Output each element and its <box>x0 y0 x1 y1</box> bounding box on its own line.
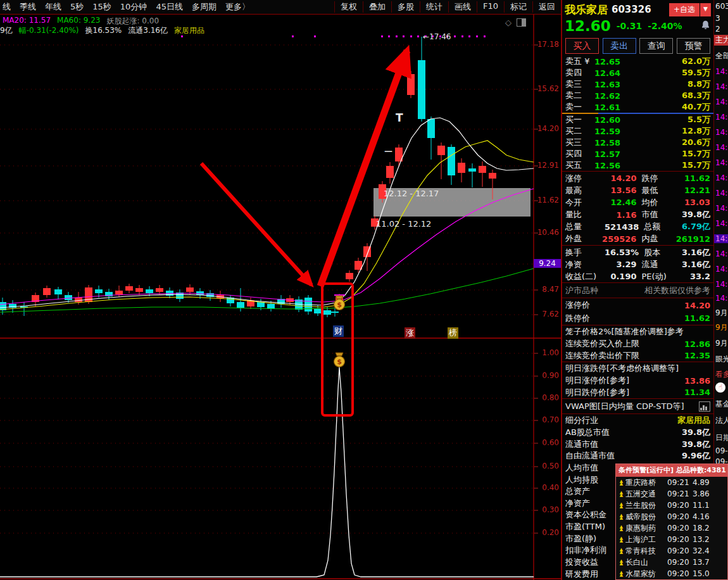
indicator-chip[interactable]: 榜 <box>448 327 458 339</box>
ask-label: 卖二 <box>565 90 594 101</box>
trade-buttons: 买入卖出查询预警 <box>562 36 713 55</box>
tool-menu-item[interactable]: 多股 <box>391 1 420 13</box>
diamond-icon[interactable]: ◇ <box>505 18 511 27</box>
ask-row[interactable]: 卖四12.6459.5万 <box>562 67 713 79</box>
alert-stock-row[interactable]: ▲▲重庆路桥09:214.89 <box>616 477 727 488</box>
alert-stock-name: 兰生股份 <box>625 500 667 511</box>
stat-label: 内盘 <box>641 233 675 244</box>
tool-menu-item[interactable]: 叠加 <box>363 1 391 13</box>
indicator-value: 9亿 <box>0 25 13 36</box>
range-box-label: 12.12 - 12.17 <box>384 189 439 198</box>
thumb-up-icon[interactable]: ☝ <box>715 382 725 393</box>
info-row[interactable]: 流通市值39.8亿 <box>562 438 713 450</box>
info-value: 39.8亿 <box>682 439 710 450</box>
stat-label: 股本 <box>644 247 681 258</box>
tool-menu-item[interactable]: 返回 <box>532 1 561 13</box>
ask-row[interactable]: 卖五 ¥12.6562.0万 <box>562 56 713 67</box>
stat-value: 1.16 <box>605 210 637 220</box>
stat-value: 3.16亿 <box>681 247 710 258</box>
cage-title: 笼子价格2%[随基准价调整]参考 <box>562 326 713 338</box>
alert-stock-row[interactable]: ▲▲上海沪工09:2013.2 <box>616 534 727 545</box>
vwap-row[interactable]: VWAP图[日内均量 CDP-STD等] <box>562 400 713 414</box>
tool-menu-item[interactable]: F10 <box>477 1 504 13</box>
side-tab[interactable]: 主力 <box>714 35 728 46</box>
stat-value: 33.2 <box>679 272 711 281</box>
double-up-arrow-icon: ▲▲ <box>616 526 625 531</box>
alert-value: 13.2 <box>693 535 727 544</box>
axis-tick-label: 14.20 <box>537 124 559 133</box>
alert-stock-row[interactable]: ▲▲康惠制药09:2018.2 <box>616 522 727 534</box>
axis-tick-label: 7.62 <box>542 310 559 318</box>
chart-corner-icons: ◇ <box>505 18 526 27</box>
ask-row[interactable]: 卖二12.6268.3万 <box>562 90 713 101</box>
tool-menu-item[interactable]: 统计 <box>420 1 448 13</box>
alert-stock-row[interactable]: ▲▲威帝股份09:204.16 <box>616 511 727 522</box>
stat-label: PE(动) <box>642 271 679 282</box>
trading-terminal: $$ 线季线年线5秒15秒10分钟45日线多周期更多〉 复权叠加多股统计画线F1… <box>0 0 728 580</box>
split-panel-icon[interactable] <box>517 18 526 27</box>
period-menu-item[interactable]: 5秒 <box>70 1 84 13</box>
stat-value: 13.03 <box>679 198 711 207</box>
bid-row[interactable]: 买五12.5615.7万 <box>562 160 713 171</box>
info-row[interactable]: 自由流通市值9.96亿 <box>562 450 713 462</box>
bid-row[interactable]: 买四12.5715.7万 <box>562 148 713 160</box>
tool-menu-item[interactable]: 画线 <box>448 1 477 13</box>
buy-button[interactable]: 买入 <box>565 38 599 54</box>
side-item: 9月 <box>715 308 728 318</box>
stat-label: 流通 <box>642 259 679 270</box>
add-favorite-button[interactable]: +自选 ▼ <box>669 3 711 16</box>
tool-menu-item[interactable]: 复权 <box>334 1 363 13</box>
alert-stock-row[interactable]: ▲▲水星家纺09:2015.0 <box>616 568 727 579</box>
bid-label: 买一 <box>565 114 594 125</box>
indicator-chip[interactable]: 财 <box>333 325 344 337</box>
stat-value: 11.62 <box>679 173 711 183</box>
side-tab[interactable]: 全部 <box>715 51 728 61</box>
ask-volume: 68.3万 <box>639 90 710 101</box>
bid-row[interactable]: 买二12.5912.8万 <box>562 125 713 137</box>
info-label: 跌停价 <box>565 313 684 324</box>
period-menu-item[interactable]: 多周期 <box>192 1 217 13</box>
period-menu-item[interactable]: 10分钟 <box>120 1 147 13</box>
alert-stock-row[interactable]: ▲▲长白山09:2013.7 <box>616 557 727 568</box>
alert-stock-row[interactable]: ▲▲五洲交通09:213.86 <box>616 488 727 500</box>
alert-stock-row[interactable]: ▲▲常青科技09:2032.4 <box>616 545 727 557</box>
ask-row[interactable]: 卖一12.6140.7万 <box>562 101 713 113</box>
period-menu-item[interactable]: 线 <box>3 1 11 13</box>
ask-row[interactable]: 卖三12.638.8万 <box>562 79 713 90</box>
axis-tick-label: 17.18 <box>537 40 559 49</box>
info-row[interactable]: 细分行业家居用品 <box>562 415 713 427</box>
stat-value: 0.190 <box>605 272 637 281</box>
info-row[interactable]: AB股总市值39.8亿 <box>562 427 713 439</box>
alert-popup-header[interactable]: 条件预警[运行中] 总品种数:4381 <box>616 464 727 477</box>
axis-tick-label: 0.50 <box>542 462 559 470</box>
quote-summary-row: 9亿幅-0.31(-2.40%)换16.53%流通3.16亿家居用品 <box>0 25 204 36</box>
favorite-dropdown-icon[interactable]: ▼ <box>700 3 711 16</box>
period-menu-item[interactable]: 更多〉 <box>225 1 250 13</box>
alert-stock-row[interactable]: ▲▲兰生股份09:2011.1 <box>616 500 727 511</box>
period-menu-item[interactable]: 45日线 <box>156 1 183 13</box>
double-up-arrow-icon: ▲▲ <box>616 560 625 565</box>
plain-button[interactable]: 预警 <box>677 38 710 54</box>
stat-value: 13.56 <box>605 186 637 195</box>
range-below-label: 11.02 - 12.12 <box>376 219 431 229</box>
period-menu-item[interactable]: 年线 <box>45 1 61 13</box>
sell-button[interactable]: 卖出 <box>603 38 636 54</box>
bid-price: 12.56 <box>594 161 639 170</box>
info-label: 连续竞价买入价上限 <box>565 338 684 350</box>
bid-row[interactable]: 买一12.605.5万 <box>562 114 713 125</box>
period-menu-item[interactable]: 季线 <box>20 1 36 13</box>
alert-bell-icon[interactable] <box>700 20 711 32</box>
axis-tick-label: 0.20 <box>542 528 559 537</box>
plain-button[interactable]: 查询 <box>639 38 673 54</box>
alert-time: 09:21 <box>667 478 693 487</box>
indicator-chip[interactable]: 涨 <box>405 327 415 339</box>
last-price: 12.60 <box>565 18 611 34</box>
axis-tick-label: 8.47 <box>542 285 559 294</box>
bid-row[interactable]: 买三12.5820.6万 <box>562 137 713 148</box>
alert-time: 09:20 <box>667 569 693 578</box>
alert-stock-name: 威帝股份 <box>625 512 667 522</box>
tool-menu-item[interactable]: 标记 <box>504 1 532 13</box>
period-menu-item[interactable]: 15秒 <box>92 1 111 13</box>
top-toolbar: 线季线年线5秒15秒10分钟45日线多周期更多〉 复权叠加多股统计画线F10标记… <box>0 0 561 15</box>
stat-value: 12.21 <box>679 186 711 195</box>
